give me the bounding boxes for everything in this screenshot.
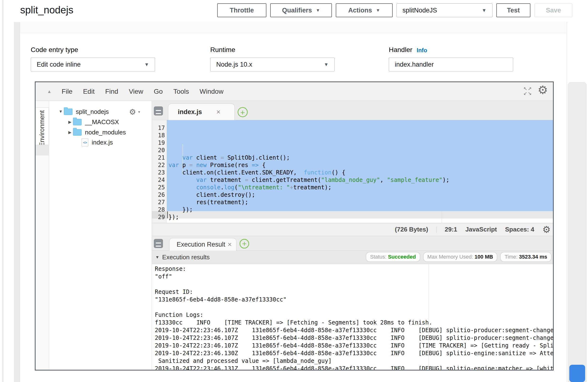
- statusbar-gear-icon[interactable]: ⚙: [542, 225, 550, 234]
- handler-info-link[interactable]: Info: [417, 47, 427, 54]
- log-line: "off": [155, 273, 553, 280]
- page-left-edge: [2, 0, 4, 382]
- tab-execution-result[interactable]: Execution Result ×: [169, 238, 236, 251]
- tree-settings-gear-icon[interactable]: ⚙▼: [129, 107, 141, 116]
- line-number: 28: [152, 206, 165, 213]
- tree-item-label: __MACOSX: [85, 118, 119, 126]
- new-tab-icon[interactable]: +: [239, 239, 249, 248]
- clipped-section-header: Function code Info: [20, 22, 566, 33]
- line-number: 26: [152, 191, 165, 199]
- menu-tools[interactable]: Tools: [173, 88, 189, 96]
- line-number: 29: [152, 213, 165, 221]
- save-button[interactable]: Save: [534, 3, 572, 17]
- environment-tab-label: Environment: [38, 110, 46, 147]
- collapse-menu-icon[interactable]: ▲: [47, 89, 52, 94]
- environment-tab[interactable]: Environment: [36, 107, 49, 149]
- menu-window[interactable]: Window: [200, 88, 224, 96]
- folder-icon: [64, 109, 72, 115]
- chevron-down-icon: ▼: [144, 62, 149, 67]
- line-number: 17: [152, 124, 165, 132]
- line-number: 25: [152, 184, 165, 191]
- menu-find[interactable]: Find: [105, 88, 118, 96]
- tree-item-macosx[interactable]: ▶ __MACOSX: [67, 117, 119, 127]
- page-scrollbar-thumb[interactable]: [569, 365, 585, 382]
- log-line: 2019-10-24T22:23:46.107Z 131e865f-6eb4-4…: [155, 342, 553, 349]
- menu-view[interactable]: View: [129, 88, 143, 96]
- tree-item-node-modules[interactable]: ▶ node_modules: [67, 128, 126, 137]
- menu-file[interactable]: File: [62, 88, 72, 96]
- badge-value: 100 MB: [475, 254, 493, 260]
- chevron-down-icon: ▼: [482, 8, 486, 13]
- log-line: Request ID:: [155, 288, 553, 296]
- test-event-select[interactable]: splitNodeJS ▼: [397, 3, 492, 17]
- clipped-section-title: Function code: [43, 22, 103, 24]
- menu-items: FileEditFindViewGoToolsWindow: [62, 88, 223, 96]
- code-line-18[interactable]: var p = new Promise(res => {: [168, 162, 449, 169]
- code-line-19[interactable]: client.on(client.Event.SDK_READY, functi…: [168, 169, 449, 176]
- badge-time: Time:3523.34 ms: [500, 252, 551, 262]
- runtime-select[interactable]: Node.js 10.x ▼: [210, 57, 335, 71]
- code-line-26[interactable]: [168, 221, 449, 223]
- tree-item-split-nodejs[interactable]: ▼ split_nodejs: [58, 107, 109, 116]
- page-scrollbar-track[interactable]: [568, 82, 587, 382]
- tree-item-label: index.js: [92, 139, 113, 146]
- clipped-info-link: Info: [125, 22, 138, 23]
- tab-list-icon[interactable]: [154, 239, 163, 248]
- tab-index-js[interactable]: index.js ×: [168, 104, 235, 120]
- code-entry-type-select[interactable]: Edit code inline ▼: [31, 57, 155, 71]
- qualifiers-button[interactable]: Qualifiers ▼: [270, 3, 332, 17]
- editor-statusbar: (726 Bytes) 29:1 JavaScript Spaces: 4 ⚙: [152, 223, 553, 236]
- code-line-20[interactable]: var treatment = client.getTreatment("lam…: [168, 176, 449, 184]
- actions-button[interactable]: Actions ▼: [336, 3, 393, 17]
- language-mode[interactable]: JavaScript: [465, 226, 497, 233]
- log-line: Sanitized and processed value => [lambda…: [155, 357, 553, 365]
- code-line-24[interactable]: });: [168, 206, 449, 213]
- log-line: 2019-10-24T22:23:46.107Z 131e865f-6eb4-4…: [155, 326, 553, 334]
- code-line-22[interactable]: client.destroy();: [168, 191, 449, 199]
- menu-edit[interactable]: Edit: [83, 88, 95, 96]
- tab-label: Execution Result: [177, 241, 225, 248]
- throttle-button-label: Throttle: [230, 7, 254, 14]
- tab-list-icon[interactable]: [154, 106, 163, 115]
- log-line: 2019-10-24T22:23:46.131Z 131e865f-6eb4-4…: [155, 365, 553, 370]
- throttle-button[interactable]: Throttle: [217, 3, 266, 17]
- save-button-label: Save: [546, 7, 561, 14]
- log-line: Function Logs:: [155, 311, 553, 319]
- line-number: 27: [152, 199, 165, 206]
- handler-value: index.handler: [395, 61, 434, 68]
- log-line: 2019-10-24T22:23:46.130Z 131e865f-6eb4-4…: [155, 349, 553, 357]
- line-number: 22: [152, 162, 165, 169]
- close-icon[interactable]: ×: [228, 241, 232, 248]
- code-line-25[interactable]: });: [168, 213, 449, 221]
- handler-input[interactable]: index.handler: [389, 57, 513, 71]
- close-icon[interactable]: ×: [216, 108, 221, 116]
- tree-collapsed-icon[interactable]: ▶: [67, 120, 73, 125]
- code-editor-viewport[interactable]: 17181920212223242526272829 }); var clien…: [152, 120, 553, 223]
- result-badges: Status:SucceededMax Memory Used:100 MBTi…: [366, 252, 551, 262]
- new-tab-icon[interactable]: +: [238, 107, 248, 117]
- tab-label: index.js: [178, 108, 202, 116]
- tree-collapsed-icon[interactable]: ▶: [67, 130, 73, 135]
- menu-go[interactable]: Go: [154, 88, 163, 96]
- log-line: [155, 303, 553, 311]
- spaces-setting[interactable]: Spaces: 4: [505, 226, 534, 233]
- code-line-21[interactable]: console.log("\ntreatment: "+treatment);: [168, 184, 449, 191]
- execution-results-title: Execution results: [162, 253, 210, 261]
- tree-item-index-js[interactable]: <> index.js: [82, 137, 113, 147]
- code-entry-type-label: Code entry type: [31, 46, 78, 54]
- fullscreen-icon[interactable]: ↖↗↙↘: [522, 86, 533, 97]
- section-collapse-icon[interactable]: ▼: [155, 255, 159, 260]
- line-number: 24: [152, 176, 165, 184]
- line-number: 21: [152, 154, 165, 162]
- line-number: 23: [152, 169, 165, 176]
- code-line-23[interactable]: res(treatment);: [168, 199, 449, 206]
- folder-icon: [73, 129, 82, 136]
- cursor-position[interactable]: 29:1: [445, 226, 457, 233]
- editor-settings-gear-icon[interactable]: ⚙: [538, 84, 548, 96]
- line-numbers: 17181920212223242526272829: [152, 122, 165, 221]
- badge-max-memory-used: Max Memory Used:100 MB: [423, 252, 498, 262]
- line-number: 20: [152, 147, 165, 154]
- tree-expand-icon[interactable]: ▼: [58, 109, 64, 114]
- test-button[interactable]: Test: [496, 3, 530, 17]
- code-line-17[interactable]: var client = SplitObj.client();: [168, 154, 449, 162]
